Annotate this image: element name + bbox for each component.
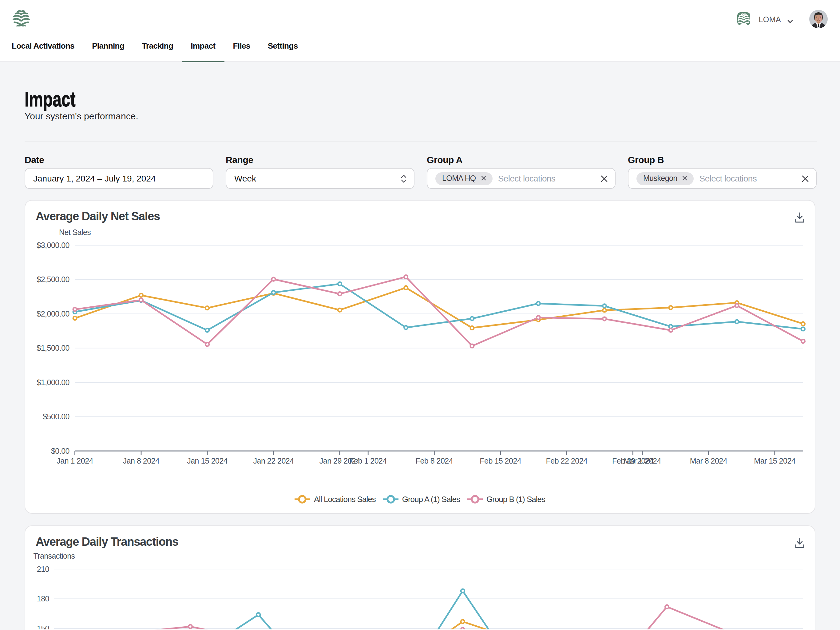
svg-text:Feb 8 2024: Feb 8 2024 — [416, 456, 453, 465]
svg-text:Jan 22 2024: Jan 22 2024 — [253, 456, 294, 465]
svg-text:$2,500.00: $2,500.00 — [36, 275, 69, 283]
svg-text:Feb 15 2024: Feb 15 2024 — [480, 456, 521, 465]
svg-text:Jan 8 2024: Jan 8 2024 — [123, 456, 159, 465]
svg-text:$500.00: $500.00 — [43, 412, 69, 421]
svg-text:Feb 1 2024: Feb 1 2024 — [349, 456, 387, 465]
svg-text:180: 180 — [37, 594, 49, 603]
svg-text:Mar 15 2024: Mar 15 2024 — [754, 456, 796, 465]
svg-text:$0.00: $0.00 — [51, 446, 69, 455]
svg-text:$1,000.00: $1,000.00 — [36, 378, 69, 387]
svg-text:Mar 1 2024: Mar 1 2024 — [624, 456, 661, 465]
svg-text:$2,000.00: $2,000.00 — [36, 309, 69, 318]
svg-text:Jan 15 2024: Jan 15 2024 — [187, 456, 228, 465]
svg-text:Jan 1 2024: Jan 1 2024 — [57, 456, 93, 465]
svg-text:$3,000.00: $3,000.00 — [36, 241, 69, 250]
svg-text:$1,500.00: $1,500.00 — [36, 343, 69, 352]
svg-text:Mar 8 2024: Mar 8 2024 — [690, 456, 728, 465]
svg-text:150: 150 — [37, 624, 49, 629]
svg-text:210: 210 — [37, 565, 49, 573]
svg-text:Feb 22 2024: Feb 22 2024 — [546, 456, 587, 465]
